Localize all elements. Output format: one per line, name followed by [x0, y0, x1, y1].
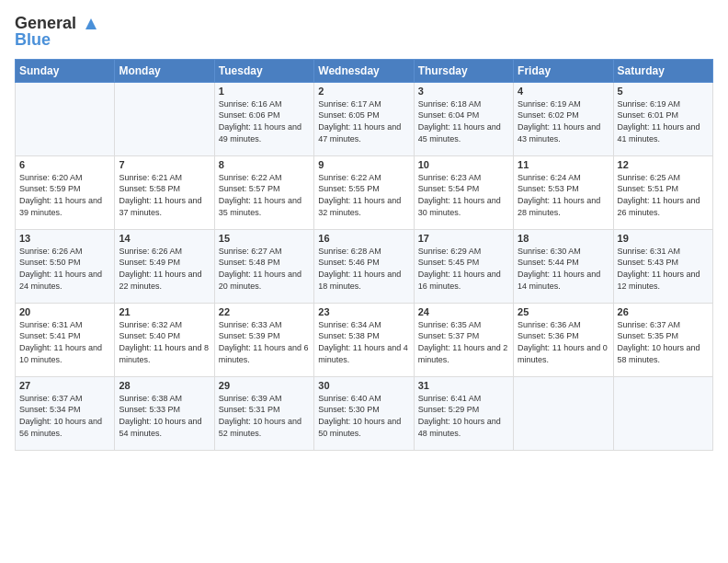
day-number: 16	[318, 233, 409, 244]
day-cell: 5 Sunrise: 6:19 AMSunset: 6:01 PMDayligh…	[613, 82, 712, 155]
cell-info: Sunrise: 6:37 AMSunset: 5:34 PMDaylight:…	[19, 394, 102, 438]
day-number: 9	[318, 159, 409, 170]
day-number: 29	[219, 380, 310, 391]
day-cell	[514, 376, 613, 450]
col-header-friday: Friday	[514, 59, 613, 82]
cell-info: Sunrise: 6:24 AMSunset: 5:53 PMDaylight:…	[518, 173, 600, 217]
day-number: 13	[19, 233, 110, 244]
cell-info: Sunrise: 6:19 AMSunset: 6:02 PMDaylight:…	[518, 99, 600, 144]
day-number: 20	[19, 306, 110, 317]
calendar-table: SundayMondayTuesdayWednesdayThursdayFrid…	[15, 59, 713, 451]
day-cell: 13 Sunrise: 6:26 AMSunset: 5:50 PMDaylig…	[16, 229, 115, 303]
day-number: 3	[418, 86, 509, 97]
cell-info: Sunrise: 6:31 AMSunset: 5:43 PMDaylight:…	[618, 247, 700, 291]
cell-info: Sunrise: 6:17 AMSunset: 6:05 PMDaylight:…	[318, 99, 401, 144]
day-cell: 21 Sunrise: 6:32 AMSunset: 5:40 PMDaylig…	[115, 303, 214, 376]
day-number: 10	[418, 159, 509, 170]
day-number: 18	[518, 233, 609, 244]
day-number: 24	[418, 306, 509, 317]
day-cell	[613, 376, 712, 450]
day-cell: 8 Sunrise: 6:22 AMSunset: 5:57 PMDayligh…	[214, 155, 313, 229]
day-number: 14	[119, 233, 210, 244]
cell-info: Sunrise: 6:22 AMSunset: 5:55 PMDaylight:…	[318, 173, 401, 217]
cell-info: Sunrise: 6:36 AMSunset: 5:36 PMDaylight:…	[518, 320, 608, 364]
day-cell: 4 Sunrise: 6:19 AMSunset: 6:02 PMDayligh…	[514, 82, 613, 155]
cell-info: Sunrise: 6:30 AMSunset: 5:44 PMDaylight:…	[518, 247, 600, 291]
day-cell: 10 Sunrise: 6:23 AMSunset: 5:54 PMDaylig…	[414, 155, 513, 229]
day-number: 6	[19, 159, 110, 170]
cell-info: Sunrise: 6:19 AMSunset: 6:01 PMDaylight:…	[618, 99, 700, 144]
day-cell: 26 Sunrise: 6:37 AMSunset: 5:35 PMDaylig…	[613, 303, 712, 376]
day-cell: 24 Sunrise: 6:35 AMSunset: 5:37 PMDaylig…	[414, 303, 513, 376]
cell-info: Sunrise: 6:25 AMSunset: 5:51 PMDaylight:…	[618, 173, 700, 217]
week-row-2: 6 Sunrise: 6:20 AMSunset: 5:59 PMDayligh…	[16, 155, 713, 229]
col-header-monday: Monday	[115, 59, 214, 82]
cell-info: Sunrise: 6:26 AMSunset: 5:50 PMDaylight:…	[19, 247, 102, 291]
day-number: 5	[618, 86, 709, 97]
day-number: 31	[418, 380, 509, 391]
cell-info: Sunrise: 6:23 AMSunset: 5:54 PMDaylight:…	[418, 173, 501, 217]
day-number: 28	[119, 380, 210, 391]
day-number: 23	[318, 306, 409, 317]
cell-info: Sunrise: 6:38 AMSunset: 5:33 PMDaylight:…	[119, 394, 201, 438]
day-number: 1	[219, 86, 310, 97]
day-number: 19	[618, 233, 709, 244]
day-number: 12	[618, 159, 709, 170]
cell-info: Sunrise: 6:35 AMSunset: 5:37 PMDaylight:…	[418, 320, 508, 364]
cell-info: Sunrise: 6:18 AMSunset: 6:04 PMDaylight:…	[418, 99, 501, 144]
day-cell	[115, 82, 214, 155]
logo-blue: Blue	[15, 30, 99, 50]
day-number: 22	[219, 306, 310, 317]
day-number: 7	[119, 159, 210, 170]
day-cell: 28 Sunrise: 6:38 AMSunset: 5:33 PMDaylig…	[115, 376, 214, 450]
cell-info: Sunrise: 6:29 AMSunset: 5:45 PMDaylight:…	[418, 247, 501, 291]
day-cell: 7 Sunrise: 6:21 AMSunset: 5:58 PMDayligh…	[115, 155, 214, 229]
day-cell	[16, 82, 115, 155]
cell-info: Sunrise: 6:20 AMSunset: 5:59 PMDaylight:…	[19, 173, 102, 217]
header: General Blue	[15, 15, 713, 50]
calendar-page: General Blue SundayMondayTuesdayWednesda…	[0, 0, 728, 563]
cell-info: Sunrise: 6:37 AMSunset: 5:35 PMDaylight:…	[618, 320, 700, 364]
cell-info: Sunrise: 6:32 AMSunset: 5:40 PMDaylight:…	[119, 320, 209, 364]
day-number: 4	[518, 86, 609, 97]
day-cell: 22 Sunrise: 6:33 AMSunset: 5:39 PMDaylig…	[214, 303, 313, 376]
day-number: 26	[618, 306, 709, 317]
cell-info: Sunrise: 6:26 AMSunset: 5:49 PMDaylight:…	[119, 247, 201, 291]
day-cell: 9 Sunrise: 6:22 AMSunset: 5:55 PMDayligh…	[314, 155, 414, 229]
week-row-3: 13 Sunrise: 6:26 AMSunset: 5:50 PMDaylig…	[16, 229, 713, 303]
day-cell: 17 Sunrise: 6:29 AMSunset: 5:45 PMDaylig…	[414, 229, 513, 303]
day-cell: 20 Sunrise: 6:31 AMSunset: 5:41 PMDaylig…	[16, 303, 115, 376]
cell-info: Sunrise: 6:16 AMSunset: 6:06 PMDaylight:…	[219, 99, 301, 144]
day-cell: 19 Sunrise: 6:31 AMSunset: 5:43 PMDaylig…	[613, 229, 712, 303]
logo-icon	[83, 16, 99, 32]
cell-info: Sunrise: 6:39 AMSunset: 5:31 PMDaylight:…	[219, 394, 301, 438]
week-row-1: 1 Sunrise: 6:16 AMSunset: 6:06 PMDayligh…	[16, 82, 713, 155]
cell-info: Sunrise: 6:34 AMSunset: 5:38 PMDaylight:…	[318, 320, 408, 364]
day-cell: 12 Sunrise: 6:25 AMSunset: 5:51 PMDaylig…	[613, 155, 712, 229]
day-cell: 30 Sunrise: 6:40 AMSunset: 5:30 PMDaylig…	[314, 376, 414, 450]
cell-info: Sunrise: 6:27 AMSunset: 5:48 PMDaylight:…	[219, 247, 301, 291]
cell-info: Sunrise: 6:28 AMSunset: 5:46 PMDaylight:…	[318, 247, 401, 291]
day-cell: 3 Sunrise: 6:18 AMSunset: 6:04 PMDayligh…	[414, 82, 513, 155]
day-cell: 11 Sunrise: 6:24 AMSunset: 5:53 PMDaylig…	[514, 155, 613, 229]
day-number: 17	[418, 233, 509, 244]
week-row-5: 27 Sunrise: 6:37 AMSunset: 5:34 PMDaylig…	[16, 376, 713, 450]
day-number: 27	[19, 380, 110, 391]
day-cell: 6 Sunrise: 6:20 AMSunset: 5:59 PMDayligh…	[16, 155, 115, 229]
header-row: SundayMondayTuesdayWednesdayThursdayFrid…	[16, 59, 713, 82]
cell-info: Sunrise: 6:41 AMSunset: 5:29 PMDaylight:…	[418, 394, 501, 438]
day-cell: 2 Sunrise: 6:17 AMSunset: 6:05 PMDayligh…	[314, 82, 414, 155]
cell-info: Sunrise: 6:31 AMSunset: 5:41 PMDaylight:…	[19, 320, 102, 364]
day-number: 25	[518, 306, 609, 317]
day-cell: 16 Sunrise: 6:28 AMSunset: 5:46 PMDaylig…	[314, 229, 414, 303]
day-number: 11	[518, 159, 609, 170]
cell-info: Sunrise: 6:22 AMSunset: 5:57 PMDaylight:…	[219, 173, 301, 217]
col-header-sunday: Sunday	[16, 59, 115, 82]
day-number: 2	[318, 86, 409, 97]
col-header-tuesday: Tuesday	[214, 59, 313, 82]
day-cell: 15 Sunrise: 6:27 AMSunset: 5:48 PMDaylig…	[214, 229, 313, 303]
day-cell: 14 Sunrise: 6:26 AMSunset: 5:49 PMDaylig…	[115, 229, 214, 303]
day-cell: 23 Sunrise: 6:34 AMSunset: 5:38 PMDaylig…	[314, 303, 414, 376]
day-cell: 18 Sunrise: 6:30 AMSunset: 5:44 PMDaylig…	[514, 229, 613, 303]
cell-info: Sunrise: 6:40 AMSunset: 5:30 PMDaylight:…	[318, 394, 401, 438]
